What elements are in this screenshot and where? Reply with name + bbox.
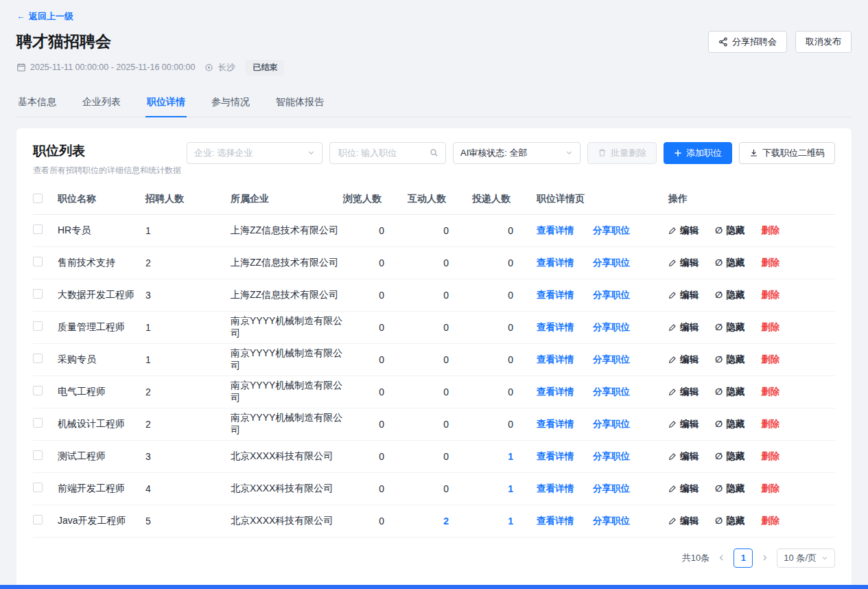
ai-status-select[interactable]: AI审核状态: 全部: [453, 142, 580, 164]
edit-link[interactable]: 编辑: [668, 515, 699, 527]
row-checkbox[interactable]: [33, 321, 43, 331]
edit-link[interactable]: 编辑: [668, 450, 699, 463]
pagination-next-button[interactable]: [761, 554, 769, 562]
row-checkbox[interactable]: [33, 224, 43, 234]
batch-delete-button[interactable]: 批量删除: [587, 142, 657, 164]
delete-link[interactable]: 删除: [761, 483, 779, 495]
row-checkbox[interactable]: [33, 289, 43, 299]
row-actions-cell: 编辑 ∅ 隐藏 删除: [668, 224, 835, 237]
delete-link[interactable]: 删除: [761, 289, 779, 301]
view-detail-link[interactable]: 查看详情: [537, 483, 574, 495]
delete-link[interactable]: 删除: [761, 354, 779, 366]
hide-link[interactable]: ∅ 隐藏: [715, 354, 744, 366]
hide-link[interactable]: ∅ 隐藏: [715, 224, 744, 237]
share-position-link[interactable]: 分享职位: [593, 321, 630, 334]
select-all-checkbox[interactable]: [33, 194, 43, 203]
pagination-prev-button[interactable]: [718, 554, 725, 562]
tab-company-list[interactable]: 企业列表: [81, 91, 122, 117]
hide-link[interactable]: ∅ 隐藏: [715, 289, 744, 301]
cancel-publish-button[interactable]: 取消发布: [795, 31, 852, 53]
share-position-link[interactable]: 分享职位: [593, 224, 630, 237]
row-checkbox[interactable]: [33, 483, 43, 492]
row-checkbox[interactable]: [33, 515, 43, 524]
share-position-link[interactable]: 分享职位: [593, 289, 630, 301]
pagination-page-1[interactable]: 1: [734, 548, 753, 568]
hide-link[interactable]: ∅ 隐藏: [715, 418, 744, 430]
company-select[interactable]: 企业: 选择企业: [187, 142, 322, 164]
edit-link[interactable]: 编辑: [668, 386, 699, 398]
row-actions-cell: 编辑 ∅ 隐藏 删除: [668, 321, 835, 334]
interaction-count: 0: [408, 354, 472, 365]
recruitment-fair-page: ← 返回上一级 聘才猫招聘会 分享招聘会 取消发布: [0, 0, 868, 589]
delete-link[interactable]: 删除: [761, 224, 779, 237]
detail-links-cell: 查看详情 分享职位: [537, 321, 668, 334]
position-search-input[interactable]: [337, 147, 430, 159]
position-name: 采购专员: [58, 354, 145, 366]
hide-link[interactable]: ∅ 隐藏: [715, 386, 744, 398]
tab-participation[interactable]: 参与情况: [210, 91, 251, 117]
panel-subtitle: 查看所有招聘职位的详细信息和统计数据: [33, 165, 181, 176]
page-size-select[interactable]: 10 条/页: [777, 548, 835, 568]
hiring-count: 2: [145, 419, 231, 430]
tab-position-detail[interactable]: 职位详情: [145, 91, 187, 117]
view-detail-link[interactable]: 查看详情: [537, 224, 574, 237]
view-detail-link[interactable]: 查看详情: [537, 257, 574, 269]
view-detail-link[interactable]: 查看详情: [537, 321, 574, 334]
download-qr-button[interactable]: 下载职位二维码: [739, 142, 835, 164]
delete-link[interactable]: 删除: [761, 418, 779, 430]
edit-link[interactable]: 编辑: [668, 483, 699, 495]
edit-link[interactable]: 编辑: [668, 354, 699, 366]
share-position-link[interactable]: 分享职位: [593, 354, 630, 366]
hide-link[interactable]: ∅ 隐藏: [715, 321, 744, 334]
hide-link[interactable]: ∅ 隐藏: [715, 483, 744, 495]
eye-off-icon: ∅: [715, 484, 723, 493]
view-detail-link[interactable]: 查看详情: [537, 386, 574, 398]
hide-label: 隐藏: [726, 257, 744, 269]
column-views: 浏览人数: [343, 193, 408, 205]
delete-link[interactable]: 删除: [761, 515, 779, 527]
chevron-down-icon: [307, 149, 315, 157]
tab-agent-report[interactable]: 智能体报告: [274, 91, 325, 117]
share-position-link[interactable]: 分享职位: [593, 515, 630, 527]
company-name: 北京XXXX科技有限公司: [231, 515, 343, 527]
back-link[interactable]: ← 返回上一级: [16, 10, 73, 23]
row-actions-cell: 编辑 ∅ 隐藏 删除: [668, 450, 835, 463]
row-checkbox[interactable]: [33, 450, 43, 460]
hide-link[interactable]: ∅ 隐藏: [715, 515, 744, 527]
table-body: HR专员 1 上海ZZ信息技术有限公司 0 0 0 查看详情 分享职位 编辑 ∅…: [33, 215, 835, 538]
view-detail-link[interactable]: 查看详情: [537, 418, 574, 430]
share-position-link[interactable]: 分享职位: [593, 257, 630, 269]
add-position-button[interactable]: 添加职位: [664, 142, 732, 164]
delete-link[interactable]: 删除: [761, 450, 779, 463]
share-position-link[interactable]: 分享职位: [593, 483, 630, 495]
download-icon: [749, 148, 758, 157]
row-checkbox[interactable]: [33, 354, 43, 363]
edit-link[interactable]: 编辑: [668, 289, 699, 301]
share-fair-button[interactable]: 分享招聘会: [708, 31, 787, 53]
tab-basic-info[interactable]: 基本信息: [16, 91, 58, 117]
table-row: 电气工程师 2 南京YYYY机械制造有限公司 0 0 0 查看详情 分享职位 编…: [33, 376, 835, 408]
view-detail-link[interactable]: 查看详情: [537, 515, 574, 527]
row-checkbox[interactable]: [33, 386, 43, 395]
delete-link[interactable]: 删除: [761, 257, 779, 269]
table-row: 质量管理工程师 1 南京YYYY机械制造有限公司 0 0 0 查看详情 分享职位…: [33, 312, 835, 344]
delete-link[interactable]: 删除: [761, 321, 779, 334]
hide-link[interactable]: ∅ 隐藏: [715, 257, 744, 269]
hide-link[interactable]: ∅ 隐藏: [715, 450, 744, 463]
edit-link[interactable]: 编辑: [668, 321, 699, 334]
row-checkbox-cell: [33, 386, 58, 397]
share-position-link[interactable]: 分享职位: [593, 418, 630, 430]
company-name: 北京XXXX科技有限公司: [231, 483, 343, 495]
share-position-link[interactable]: 分享职位: [593, 450, 630, 463]
row-checkbox[interactable]: [33, 257, 43, 266]
share-position-link[interactable]: 分享职位: [593, 386, 630, 398]
search-icon[interactable]: [430, 148, 438, 157]
view-detail-link[interactable]: 查看详情: [537, 450, 574, 463]
edit-link[interactable]: 编辑: [668, 224, 699, 237]
view-detail-link[interactable]: 查看详情: [537, 289, 574, 301]
delete-link[interactable]: 删除: [761, 386, 779, 398]
edit-link[interactable]: 编辑: [668, 257, 699, 269]
view-detail-link[interactable]: 查看详情: [537, 354, 574, 366]
row-checkbox[interactable]: [33, 418, 43, 428]
edit-link[interactable]: 编辑: [668, 418, 699, 430]
